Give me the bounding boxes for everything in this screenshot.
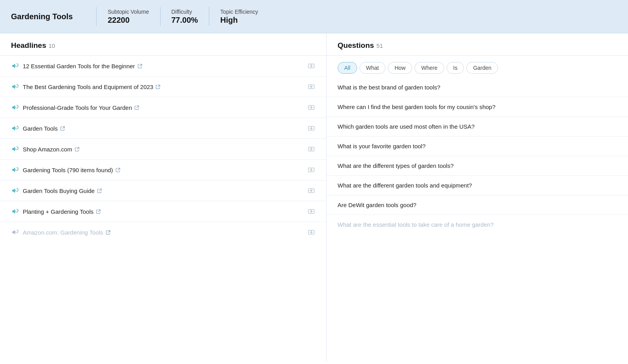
megaphone-icon [11,83,19,91]
megaphone-icon [11,124,19,132]
external-link-icon[interactable] [137,64,142,69]
megaphone-icon [11,145,19,153]
megaphone-icon [11,187,19,195]
question-row[interactable]: What is your favorite garden tool? [327,136,628,156]
headline-row[interactable]: The Best Gardening Tools and Equipment o… [0,76,326,97]
filter-tab-all[interactable]: All [338,62,357,74]
add-to-brief-icon[interactable] [307,207,315,215]
questions-count: 51 [376,42,383,49]
headline-row[interactable]: Amazon.com: Gardening Tools [0,222,326,242]
external-link-icon[interactable] [155,84,161,89]
headline-text: Garden Tools [23,125,303,132]
question-row[interactable]: What is the best brand of garden tools? [327,78,628,97]
topic-title: Gardening Tools [11,12,85,21]
header-divider-3 [209,7,209,26]
headline-text: Gardening Tools (790 items found) [23,167,303,173]
external-link-icon[interactable] [134,105,139,110]
question-row[interactable]: Are DeWit garden tools good? [327,195,628,215]
headline-row[interactable]: 12 Essential Garden Tools for the Beginn… [0,56,326,76]
headline-text: Shop Amazon.com [23,146,303,153]
questions-panel: Questions51 AllWhatHowWhereIsGarden What… [327,33,628,362]
external-link-icon[interactable] [106,230,111,235]
header-divider-2 [160,7,161,26]
external-link-icon[interactable] [75,147,80,152]
filter-tabs: AllWhatHowWhereIsGarden [327,56,628,78]
efficiency-stat: Topic Efficiency High [220,9,258,25]
filter-tab-is[interactable]: Is [447,62,464,74]
questions-title: Questions [338,41,374,49]
headline-row[interactable]: Garden Tools [0,118,326,139]
subtopic-label: Subtopic Volume [108,9,149,15]
headline-row[interactable]: Garden Tools Buying Guide [0,180,326,201]
megaphone-icon [11,228,19,236]
headlines-list: 12 Essential Garden Tools for the Beginn… [0,56,326,242]
megaphone-icon [11,62,19,70]
headlines-header: Headlines10 [0,33,326,56]
filter-tab-where[interactable]: Where [414,62,444,74]
add-to-brief-icon[interactable] [307,83,315,91]
headline-row[interactable]: Shop Amazon.com [0,139,326,160]
add-to-brief-icon[interactable] [307,62,315,70]
difficulty-label: Difficulty [172,9,198,15]
filter-tab-how[interactable]: How [388,62,412,74]
subtopic-volume-stat: Subtopic Volume 22200 [108,9,149,25]
headline-text: Professional-Grade Tools for Your Garden [23,104,303,111]
headlines-title: Headlines [11,41,46,49]
question-row[interactable]: Where can I find the best garden tools f… [327,97,628,117]
headline-row[interactable]: Professional-Grade Tools for Your Garden [0,97,326,118]
headline-text: Amazon.com: Gardening Tools [23,229,303,236]
headlines-count: 10 [49,42,55,49]
external-link-icon[interactable] [115,167,120,173]
subtopic-value: 22200 [108,16,149,25]
add-to-brief-icon[interactable] [307,104,315,111]
megaphone-icon [11,104,19,111]
headline-row[interactable]: Planting + Gardening Tools [0,201,326,222]
megaphone-icon [11,166,19,174]
filter-tab-garden[interactable]: Garden [466,62,498,74]
questions-list: What is the best brand of garden tools?W… [327,78,628,234]
headline-text: The Best Gardening Tools and Equipment o… [23,84,303,90]
add-to-brief-icon[interactable] [307,145,315,153]
filter-tab-what[interactable]: What [360,62,386,74]
external-link-icon[interactable] [97,188,102,193]
header-divider-1 [96,7,97,26]
add-to-brief-icon[interactable] [307,228,315,236]
external-link-icon[interactable] [60,126,65,131]
difficulty-value: 77.00% [172,16,198,25]
main-content: Headlines10 12 Essential Garden Tools fo… [0,33,628,362]
headline-text: 12 Essential Garden Tools for the Beginn… [23,63,303,69]
efficiency-value: High [220,16,258,25]
question-row[interactable]: What are the different garden tools and … [327,176,628,195]
headline-text: Garden Tools Buying Guide [23,187,303,194]
question-row[interactable]: Which garden tools are used most often i… [327,117,628,136]
headline-row[interactable]: Gardening Tools (790 items found) [0,160,326,180]
headline-text: Planting + Gardening Tools [23,208,303,215]
megaphone-icon [11,207,19,215]
efficiency-label: Topic Efficiency [220,9,258,15]
external-link-icon[interactable] [96,209,101,214]
add-to-brief-icon[interactable] [307,124,315,132]
question-row[interactable]: What are the essential tools to take car… [327,215,628,234]
add-to-brief-icon[interactable] [307,187,315,195]
add-to-brief-icon[interactable] [307,166,315,174]
questions-header: Questions51 [327,33,628,56]
difficulty-stat: Difficulty 77.00% [172,9,198,25]
header: Gardening Tools Subtopic Volume 22200 Di… [0,0,628,33]
question-row[interactable]: What are the different types of garden t… [327,156,628,176]
headlines-panel: Headlines10 12 Essential Garden Tools fo… [0,33,327,362]
